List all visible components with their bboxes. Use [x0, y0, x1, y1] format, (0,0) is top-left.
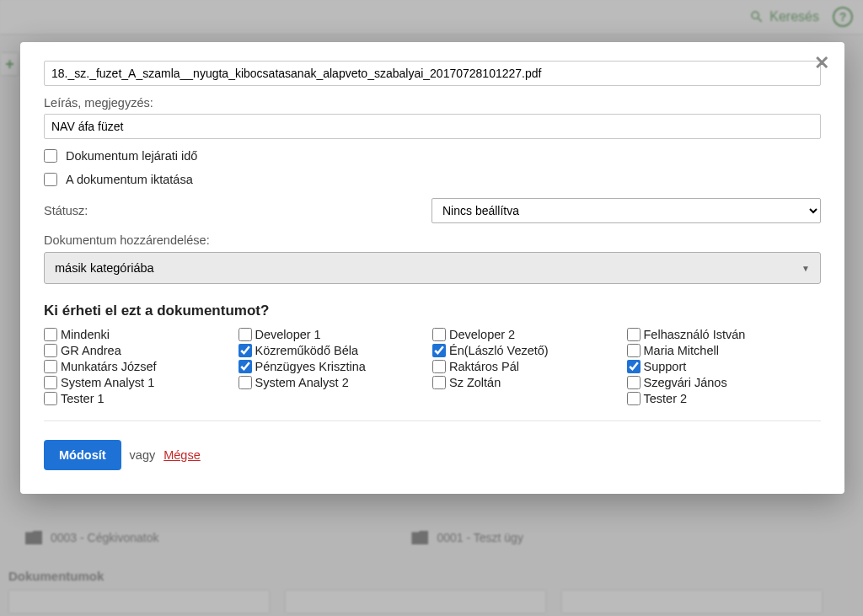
or-text: vagy — [130, 448, 156, 462]
assign-label: Dokumentum hozzárendelése: — [44, 233, 821, 247]
access-user-item[interactable]: Tester 1 — [44, 392, 239, 405]
description-label: Leírás, megjegyzés: — [44, 96, 821, 110]
access-user-item[interactable]: System Analyst 2 — [239, 376, 433, 389]
expiry-checkbox[interactable] — [44, 149, 57, 163]
access-user-item[interactable]: Developer 1 — [239, 328, 433, 341]
access-user-checkbox[interactable] — [432, 376, 446, 389]
access-user-label: Én(László Vezető) — [449, 344, 549, 357]
access-user-item[interactable]: System Analyst 1 — [44, 376, 239, 389]
register-checkbox-row[interactable]: A dokumentum iktatása — [44, 173, 821, 186]
access-user-item[interactable]: Sz Zoltán — [432, 376, 627, 389]
cancel-link[interactable]: Mégse — [163, 448, 201, 462]
access-user-item[interactable]: Szegvári János — [627, 376, 822, 389]
filename-input[interactable] — [44, 61, 821, 86]
access-user-item[interactable]: Felhasználó István — [627, 328, 822, 341]
access-user-label: Tester 2 — [644, 392, 688, 405]
access-user-checkbox[interactable] — [44, 328, 57, 341]
access-user-checkbox[interactable] — [627, 392, 641, 405]
access-user-label: Felhasználó István — [644, 328, 746, 341]
access-user-checkbox[interactable] — [239, 344, 252, 357]
access-user-checkbox[interactable] — [627, 328, 641, 341]
description-input[interactable] — [44, 114, 821, 139]
access-user-checkbox[interactable] — [627, 360, 641, 373]
access-user-label: Tester 1 — [61, 392, 105, 405]
access-user-item[interactable]: Én(László Vezető) — [432, 344, 627, 357]
access-user-item[interactable]: Közreműködő Béla — [239, 344, 433, 357]
access-user-label: Developer 1 — [255, 328, 321, 341]
access-user-checkbox[interactable] — [432, 360, 446, 373]
access-user-item[interactable]: Developer 2 — [432, 328, 627, 341]
expiry-checkbox-label: Dokumentum lejárati idő — [66, 149, 197, 163]
access-user-checkbox[interactable] — [239, 376, 252, 389]
access-user-label: System Analyst 2 — [255, 376, 349, 389]
access-user-checkbox[interactable] — [239, 328, 252, 341]
access-user-checkbox[interactable] — [44, 376, 57, 389]
access-user-label: Sz Zoltán — [449, 376, 501, 389]
access-user-checkbox[interactable] — [44, 392, 57, 405]
access-user-label: Szegvári János — [644, 376, 727, 389]
access-user-item[interactable]: Tester 2 — [627, 392, 822, 405]
access-user-item[interactable]: Munkatárs József — [44, 360, 239, 373]
access-user-label: Közreműködő Béla — [255, 344, 359, 357]
access-user-item[interactable]: GR Andrea — [44, 344, 239, 357]
access-users-grid: MindenkiGR AndreaMunkatárs JózsefSystem … — [44, 328, 821, 421]
access-user-item[interactable]: Raktáros Pál — [432, 360, 627, 373]
access-user-item[interactable]: Maria Mitchell — [627, 344, 822, 357]
access-user-label: GR Andrea — [61, 344, 121, 357]
access-user-item[interactable]: Support — [627, 360, 822, 373]
access-user-checkbox[interactable] — [432, 328, 446, 341]
access-user-checkbox[interactable] — [627, 376, 641, 389]
chevron-down-icon: ▼ — [801, 264, 810, 273]
access-user-checkbox[interactable] — [239, 360, 252, 373]
register-checkbox[interactable] — [44, 173, 57, 186]
register-checkbox-label: A dokumentum iktatása — [66, 173, 193, 186]
access-user-label: Raktáros Pál — [449, 360, 519, 373]
access-user-item[interactable]: Pénzügyes Krisztina — [239, 360, 433, 373]
access-user-label: Maria Mitchell — [644, 344, 719, 357]
access-user-checkbox[interactable] — [44, 360, 57, 373]
expiry-checkbox-row[interactable]: Dokumentum lejárati idő — [44, 149, 821, 163]
access-user-checkbox[interactable] — [627, 344, 641, 357]
assign-value: másik kategóriába — [55, 261, 154, 275]
access-heading: Ki érheti el ezt a dokumentumot? — [44, 303, 821, 319]
access-user-checkbox[interactable] — [44, 344, 57, 357]
access-user-label: Support — [644, 360, 687, 373]
access-user-checkbox[interactable] — [432, 344, 446, 357]
access-user-label: Munkatárs József — [61, 360, 157, 373]
assign-category-select[interactable]: másik kategóriába ▼ — [44, 252, 821, 284]
submit-button[interactable]: Módosít — [44, 440, 121, 470]
access-user-label: Mindenki — [61, 328, 110, 341]
access-user-item[interactable]: Mindenki — [44, 328, 239, 341]
edit-document-modal: ✕ Leírás, megjegyzés: Dokumentum lejárat… — [20, 42, 844, 494]
access-user-label: Developer 2 — [449, 328, 515, 341]
access-user-label: System Analyst 1 — [61, 376, 154, 389]
access-user-label: Pénzügyes Krisztina — [255, 360, 366, 373]
status-label: Státusz: — [44, 204, 415, 217]
status-select[interactable]: Nincs beállítva — [432, 198, 821, 223]
close-icon[interactable]: ✕ — [814, 52, 829, 74]
